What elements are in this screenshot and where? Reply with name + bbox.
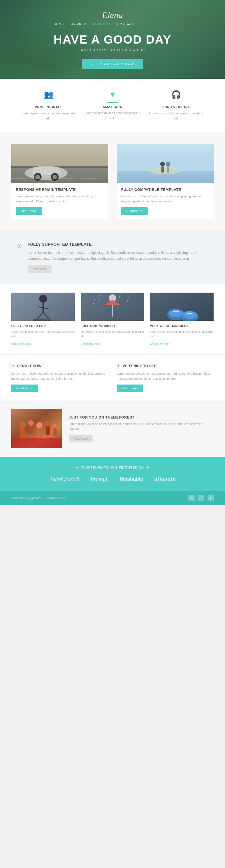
svg-rect-13 [117,144,214,171]
everyone-icon: 🎧 [148,90,204,99]
full-feature-read-more[interactable]: Read more [28,265,52,273]
send-read-more[interactable]: Read more [11,384,38,392]
col1-link[interactable]: Check this out > [11,342,31,345]
nav-features[interactable]: FEATURES [93,23,112,26]
img-text-title: JUST FOR YOU ON THEMEFOREST [68,415,214,420]
professionals-icon: 👥 [21,90,77,99]
hero-subtitle: JUST FOR YOU ON THEMEFOREST [54,48,172,52]
feature-everyone: 🎧 FOR EVERYONE Lorem ipsum dolor sit ame… [144,90,208,121]
col2-text: Lorem ipsum dolor sit amet, consectetur … [81,330,145,339]
svg-point-21 [39,295,47,303]
bottom-footer: Elenea © copyright 2013 · Unsubscribe he… [0,491,225,505]
mashable-logo: Mashable [120,476,143,482]
featured-logos: TechCrunch Promgii Mashable atlaspix [11,475,214,483]
svg-point-8 [52,175,57,179]
social-icons: G+ f t [189,495,214,501]
techcrunch-logo: TechCrunch [50,475,80,483]
footer-featured-section: ✦ THIS TEMPLATE WAS FEATURED ON ✦ TechCr… [0,457,225,491]
img-text-read-more[interactable]: Read more [68,435,92,442]
svg-rect-9 [11,178,27,179]
svg-rect-51 [37,428,42,437]
img-text-body: Lorem ipsum dolor sit amet, consectetur … [68,422,214,431]
svg-point-46 [19,421,26,428]
atlaspix-logo: atlaspix [154,476,175,482]
card1-text: Lorem ipsum dolor sit amet, consectetur … [16,194,104,204]
send-title: SEND IT NOW [17,364,41,368]
feature-title-everyone: FOR EVERYONE [148,105,204,109]
feature-text-professionals: Lorem ipsum dolor sit amet consectetur e… [21,111,77,121]
svg-point-52 [45,421,51,426]
nav-services[interactable]: SERVICES [70,23,87,26]
star-icon: ✦ [76,465,79,470]
text-block-nice: ✈ VERY NICE TO SEE Lorem ipsum dolor sit… [117,363,214,392]
featured-label: THIS TEMPLATE WAS FEATURED ON [81,466,144,469]
logo: Elena [54,10,172,20]
svg-point-15 [150,168,180,174]
google-plus-icon[interactable]: G+ [189,495,195,501]
col2-link[interactable]: Check this out > [81,342,101,345]
col-compatibility: FULL COMPATIBILITY Lorem ipsum dolor sit… [81,292,145,346]
nice-title: VERY NICE TO SEE [123,364,157,368]
three-col-section: FULLY LAYERED PSD Lorem ipsum dolor sit … [0,284,225,354]
col3-link[interactable]: Check this out > [150,342,170,345]
col2-title: FULL COMPATIBILITY [81,324,145,328]
promgii-logo: Promgii [91,476,109,482]
card1-title: RESPONSIVE EMAIL TEMPLATE [16,187,104,192]
col1-title: FULLY LAYERED PSD [11,324,75,328]
svg-rect-55 [53,428,57,436]
nav-contact[interactable]: CONTACT [117,23,134,26]
beach-image [117,144,214,183]
footer-copyright: Elenea © copyright 2013 · Unsubscribe he… [11,497,66,500]
nice-text: Lorem ipsum dolor sit amet, consectetur … [117,371,214,381]
col-layered-psd: FULLY LAYERED PSD Lorem ipsum dolor sit … [11,292,75,346]
feature-amateurs: ♥ AMATEURS Lorem ipsum dolor sit amet co… [81,90,145,121]
card1-read-more[interactable]: Read more [16,207,42,215]
nice-icon: ✈ [117,363,120,369]
nav-home[interactable]: HOME [54,23,64,26]
car-image [11,144,108,183]
send-icon: ✈ [11,363,15,369]
svg-rect-19 [167,166,169,173]
nice-read-more[interactable]: Read more [117,384,143,392]
svg-rect-47 [20,428,25,438]
svg-point-50 [36,422,43,428]
facebook-icon[interactable]: f [198,495,204,501]
img-text-section: JUST FOR YOU ON THEMEFOREST Lorem ipsum … [0,401,225,457]
svg-point-30 [109,294,116,302]
cta-button[interactable]: GET YOUR COPY NOW [82,59,143,69]
svg-rect-53 [46,426,50,435]
cards-section: RESPONSIVE EMAIL TEMPLATE Lorem ipsum do… [0,132,225,230]
card-responsive: RESPONSIVE EMAIL TEMPLATE Lorem ipsum do… [11,144,108,219]
amateurs-icon: ♥ [85,90,140,99]
card2-title: FULLY COMPATIBLE TEMPLATE [121,187,209,192]
twitter-icon[interactable]: t [207,495,214,501]
crowd-image [11,409,62,448]
col3-text: Lorem ipsum dolor sit amet, consectetur … [150,330,214,339]
col1-text: Lorem ipsum dolor sit amet, consectetur … [11,330,75,339]
svg-point-18 [166,162,170,167]
svg-rect-10 [35,178,50,179]
supported-icon: ⊕ [17,242,22,250]
col-modules: VERY GREAT MODULES Lorem ipsum dolor sit… [150,292,214,346]
card2-read-more[interactable]: Read more [121,207,148,215]
svg-rect-11 [58,178,74,179]
features-section: 👥 PROFESIONALS Lorem ipsum dolor sit ame… [0,79,225,132]
feature-professionals: 👥 PROFESIONALS Lorem ipsum dolor sit ame… [17,90,81,121]
svg-rect-0 [11,144,108,167]
hero-section: Elena HOME SERVICES FEATURES CONTACT HAV… [0,0,225,79]
svg-rect-12 [81,178,96,179]
feature-title-amateurs: AMATEURS [85,105,140,108]
card-compatible: FULLY COMPATIBLE TEMPLATE Lorem ipsum do… [117,144,214,219]
col3-title: VERY GREAT MODULES [150,324,214,328]
svg-point-16 [160,162,165,167]
star-icon-right: ✦ [146,465,149,470]
two-text-section: ✈ SEND IT NOW Lorem ipsum dolor sit amet… [0,354,225,401]
feature-text-everyone: Lorem ipsum dolor sit amet consectetur e… [148,111,204,121]
feature-title-professionals: PROFESIONALS [21,105,77,109]
hero-title: HAVE A GOOD DAY [54,33,172,46]
svg-rect-56 [11,438,62,448]
full-feature-title: FULLY SUPPORTED TEMPLATE [28,242,208,247]
svg-point-54 [52,423,57,428]
full-feature-section: ⊕ FULLY SUPPORTED TEMPLATE Lorem ipsum d… [0,230,225,284]
text-block-send: ✈ SEND IT NOW Lorem ipsum dolor sit amet… [11,363,108,392]
